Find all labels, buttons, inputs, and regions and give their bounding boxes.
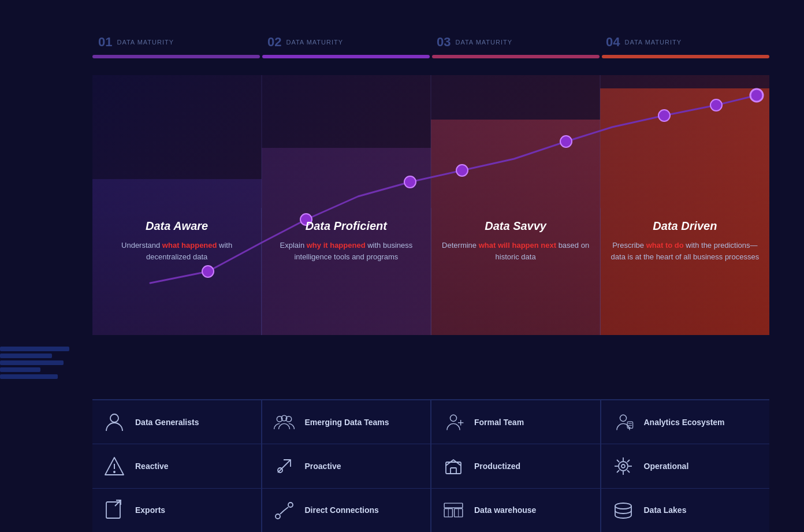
attr-col-4: Analytics Ecosystem [601,400,770,532]
attr-row-reactive: Reactive [92,444,261,488]
svg-point-11 [110,414,118,422]
card-desc-1: Understand what happened with decentrali… [102,240,252,262]
card-title-1: Data Aware [146,220,208,233]
productized-icon [441,453,466,479]
person-icon [102,410,127,435]
attr-row-formal-team: Formal Team [431,400,600,444]
step-label-2: 02 Data Maturity [262,35,431,50]
svg-line-20 [278,460,291,473]
card-data-proficient: Data Proficient Explain why it happened … [262,208,431,335]
svg-point-40 [621,464,625,468]
progress-seg-2 [262,55,430,58]
card-title-2: Data Proficient [306,220,387,233]
export-icon [102,497,127,523]
card-title-3: Data Savvy [485,220,546,233]
attr-label-analytics-ecosystem: Analytics Ecosystem [644,417,725,427]
main-container: 01 Data Maturity 02 Data Maturity 03 Dat… [0,0,804,532]
attrs-grid: Data Generalists Reactive [92,399,769,532]
progress-seg-1 [92,55,260,58]
formal-team-icon [441,410,466,435]
svg-rect-15 [106,502,120,518]
connections-icon [271,497,297,523]
step-labels-row: 01 Data Maturity 02 Data Maturity 03 Dat… [92,35,769,50]
left-bars [0,347,87,379]
svg-point-23 [288,503,293,507]
svg-point-14 [114,471,115,473]
svg-point-4 [560,136,572,147]
attr-col-3: Formal Team Productized [431,400,601,532]
attr-row-productized: Productized [431,444,600,488]
attr-col-1: Data Generalists Reactive [92,400,262,532]
card-desc-3: Determine what will happen next based on… [441,240,591,262]
chart-area: Data Aware Understand what happened with… [92,75,769,335]
operational-icon [611,453,636,479]
attr-label-reactive: Reactive [135,461,169,471]
attr-row-data-warehouse: Data warehouse [431,489,600,532]
attr-row-emerging-teams: Emerging Data Teams [262,400,431,444]
svg-point-5 [658,110,670,121]
attr-label-data-warehouse: Data warehouse [474,505,536,515]
attr-row-exports: Exports [92,489,261,532]
attr-col-2: Emerging Data Teams Proactive [262,400,432,532]
attr-label-generalists: Data Generalists [135,417,199,427]
progress-bar [92,55,769,58]
attr-label-exports: Exports [135,505,165,515]
progress-seg-4 [602,55,769,58]
svg-point-24 [450,415,456,421]
svg-point-3 [456,165,468,176]
svg-point-7 [750,89,763,102]
proactive-icon [271,453,297,479]
svg-point-39 [619,462,628,471]
svg-rect-31 [444,503,463,508]
step-label-4: 04 Data Maturity [600,35,769,50]
attr-label-data-lakes: Data Lakes [644,505,687,515]
svg-rect-28 [451,468,456,474]
attr-row-proactive: Proactive [262,444,431,488]
attr-row-analytics-ecosystem: Analytics Ecosystem [601,400,770,444]
attr-row-direct-connections: Direct Connections [262,489,431,532]
svg-point-2 [404,176,416,188]
progress-seg-3 [432,55,600,58]
attr-label-direct-connections: Direct Connections [305,505,379,515]
card-desc-4: Prescribe what to do with the prediction… [610,240,760,262]
card-data-savvy: Data Savvy Determine what will happen ne… [431,208,601,335]
step-label-1: 01 Data Maturity [92,35,262,50]
card-desc-2: Explain why it happened with business in… [271,240,421,262]
svg-point-6 [710,99,722,111]
card-data-aware: Data Aware Understand what happened with… [92,208,262,335]
svg-point-41 [615,503,631,509]
card-title-4: Data Driven [653,220,717,233]
attr-row-generalists: Data Generalists [92,400,261,444]
attr-row-data-lakes: Data Lakes [601,489,770,532]
attr-label-proactive: Proactive [305,461,341,471]
warehouse-icon [441,497,466,523]
attr-label-emerging-teams: Emerging Data Teams [305,417,389,427]
attr-label-operational: Operational [644,461,689,471]
warning-icon [102,453,127,479]
svg-point-22 [276,514,280,519]
step-label-3: 03 Data Maturity [431,35,600,50]
card-data-driven: Data Driven Prescribe what to do with th… [601,208,769,335]
analytics-icon [611,410,636,435]
team-icon [271,410,297,435]
data-lakes-icon [611,497,636,523]
attr-label-formal-team: Formal Team [474,417,524,427]
svg-point-34 [620,415,626,421]
attr-row-operational: Operational [601,444,770,488]
attr-label-productized: Productized [474,461,520,471]
